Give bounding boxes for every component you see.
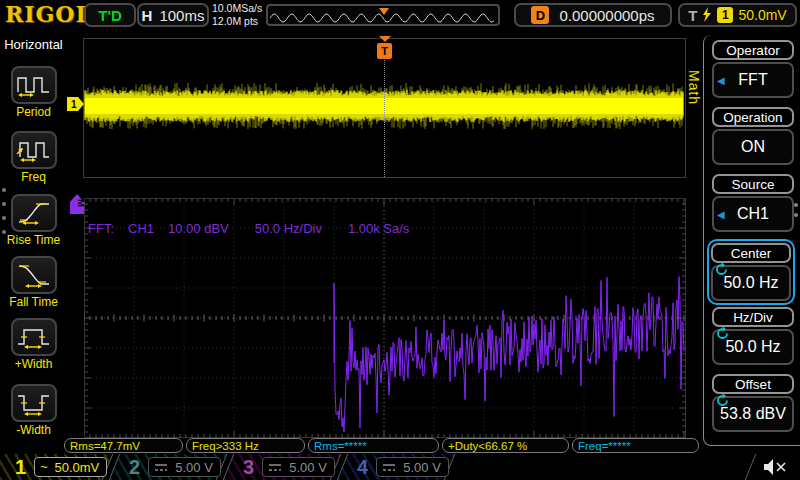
plus-width-button[interactable] [11,318,57,356]
sample-rate: 10.0MSa/s [212,2,262,15]
offset-value[interactable]: 53.8 dBV [712,396,794,432]
trigger-position-line [384,60,385,177]
operation-label: Operation [712,107,794,127]
knob-rotate-icon [714,262,729,277]
delay-icon: D [531,6,549,24]
channel-4-scale: 5.00 V [401,460,443,475]
measurement-readout-bar: Rms=47.7mV Freq>333 Hz Rms=***** +Duty<6… [64,438,699,453]
channel-1-settings-box: ~ 50.0mV [34,457,107,477]
dc-coupling-icon [382,463,396,472]
trigger-position-arrow-icon[interactable] [379,36,391,42]
menu-item-center[interactable]: Center 50.0 Hz [707,239,795,305]
channel-2-block[interactable]: 2 5.00 V [109,454,228,480]
trigger-settings-badge: T 1 50.0mV [678,3,797,27]
period-button[interactable] [11,66,57,104]
channel-2-settings-box: 5.00 V [148,457,221,477]
minus-width-button[interactable] [11,384,57,422]
measure-item-plus-width[interactable]: +Width [0,318,67,371]
measurement-rms-2: Rms=***** [308,438,439,453]
menu-scroll-dot [2,216,6,220]
hz-per-div-value[interactable]: 50.0 Hz [712,329,794,365]
memory-depth: 12.0M pts [212,15,262,28]
top-status-bar: RIGOL T'D H 100ms 10.0MSa/s 12.0M pts D … [0,0,800,30]
math-offset-marker[interactable]: M [70,194,85,215]
fft-scale: 10.00 dBV [168,221,229,236]
channel-4-block[interactable]: 4 5.00 V [337,454,456,480]
measurement-freq-ch1: Freq>333 Hz [186,438,305,453]
measure-item-rise-time[interactable]: Rise Time [0,194,67,247]
submenu-left-arrow-icon: ◀ [717,75,725,86]
knob-rotate-icon [715,326,730,341]
h-label: H [142,7,153,24]
sound-muted-icon[interactable] [762,458,788,476]
measure-item-minus-width[interactable]: -Width [0,384,67,437]
menu-scroll-dot [2,202,6,206]
menu-item-offset[interactable]: Offset 53.8 dBV [712,374,794,432]
center-value[interactable]: 50.0 Hz [711,265,791,301]
timebase-value: 100ms [159,7,204,24]
source-value[interactable]: ◀ CH1 [712,196,794,232]
fft-sample-rate: 1.00k Sa/s [348,221,409,236]
channel-3-block[interactable]: 3 5.00 V [223,454,342,480]
menu-item-operator[interactable]: Operator ◀ FFT [712,40,794,98]
trigger-position-flag[interactable]: T [377,43,392,59]
freq-button[interactable] [11,131,57,169]
ch1-level-marker[interactable]: 1 [67,97,85,112]
measurement-freq-2: Freq=***** [572,438,699,453]
freq-icon [16,137,52,163]
hz-per-div-label: Hz/Div [712,307,794,327]
fft-source: CH1 [128,221,154,236]
source-label: Source [712,174,794,194]
channel-2-scale: 5.00 V [173,460,215,475]
measurement-rms-ch1: Rms=47.7mV [64,438,183,453]
trigger-source-chip: 1 [717,7,733,23]
math-menu-tab[interactable]: Math [686,70,702,105]
channel-status-bar: 1 ~ 50.0mV 2 5.00 V 3 [0,454,800,480]
waveform-overview-thumbnail[interactable] [266,4,500,26]
fft-settings-readout: FFT: CH1 10.00 dBV 50.0 Hz/Div 1.00k Sa/… [88,221,409,236]
menu-scroll-dot [2,230,6,234]
delay-badge: D 0.00000000ps [514,3,672,27]
knob-rotate-icon [715,393,730,408]
horizontal-timebase-badge: H 100ms [137,3,209,27]
rigol-logo: RIGOL [5,1,92,27]
channel-3-number: 3 [243,456,254,479]
minus-width-icon [16,390,52,416]
channel-bar-divider [745,454,757,480]
fall-time-button[interactable] [11,256,57,294]
dc-coupling-icon [268,463,282,472]
menu-page-dot [794,203,798,207]
operation-value[interactable]: ON [712,129,794,165]
plus-width-icon [16,324,52,350]
rise-time-label: Rise Time [0,233,67,247]
fft-title: FFT: [88,221,114,236]
channel-1-block[interactable]: 1 ~ 50.0mV [0,454,113,480]
dc-coupling-icon [154,463,168,472]
left-menu-title: Horizontal [0,37,67,52]
submenu-left-arrow-icon: ◀ [717,209,725,220]
menu-item-source[interactable]: Source ◀ CH1 [712,174,794,232]
fft-hz-per-div: 50.0 Hz/Div [255,221,322,236]
operator-label: Operator [712,40,794,60]
thumbnail-waveform-icon [268,6,498,24]
rise-time-button[interactable] [11,194,57,232]
period-label: Period [0,105,67,119]
svg-text:1: 1 [71,99,77,110]
measure-item-freq[interactable]: Freq [0,131,67,184]
channel-3-settings-box: 5.00 V [262,457,335,477]
fall-time-icon [16,262,52,288]
measure-item-period[interactable]: Period [0,66,67,119]
menu-page-dot [794,213,798,217]
acquisition-info: 10.0MSa/s 12.0M pts [212,2,262,28]
channel-3-scale: 5.00 V [287,460,329,475]
trigger-level-value: 50.0mV [738,7,786,23]
channel-2-number: 2 [129,456,140,479]
measure-item-fall-time[interactable]: Fall Time [0,256,67,309]
edge-trigger-icon [702,7,712,23]
operator-value[interactable]: ◀ FFT [712,62,794,98]
trigger-status-badge: T'D [84,3,136,27]
menu-item-operation[interactable]: Operation ON [712,107,794,165]
menu-item-hz-per-div[interactable]: Hz/Div 50.0 Hz [712,307,794,365]
minus-width-label: -Width [0,423,67,437]
channel-4-settings-box: 5.00 V [376,457,449,477]
